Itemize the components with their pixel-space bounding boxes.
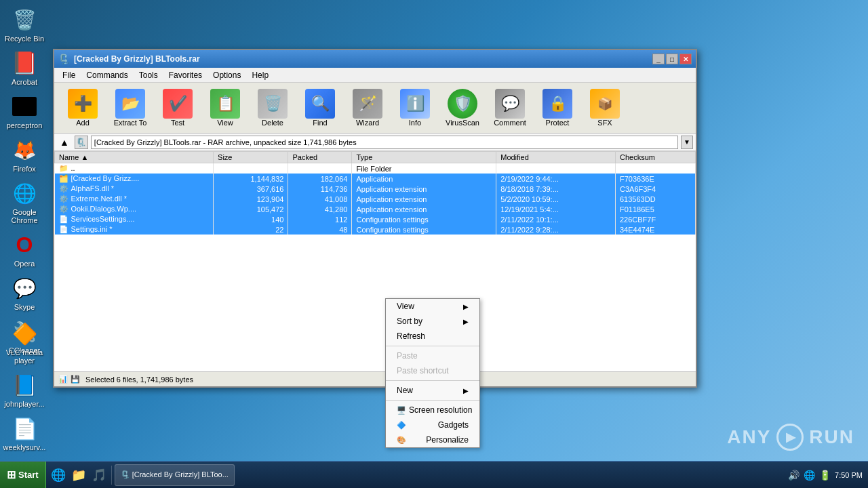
context-screen-resolution-label: Screen resolution <box>409 405 472 415</box>
toolbar-view[interactable]: 📋 View <box>202 85 248 130</box>
view-label: View <box>217 119 233 127</box>
opera-label: Opera <box>14 260 35 268</box>
menu-commands[interactable]: Commands <box>81 69 133 81</box>
file-checksum <box>615 163 695 174</box>
context-menu-sort-by[interactable]: Sort by ▶ <box>386 314 479 329</box>
menu-help[interactable]: Help <box>246 69 274 81</box>
close-button[interactable]: ✕ <box>679 54 692 64</box>
file-modified: 5/2/2020 10:59:... <box>496 194 616 204</box>
maximize-button[interactable]: □ <box>666 54 678 64</box>
file-packed: 41,280 <box>288 204 352 214</box>
menu-favorites[interactable]: Favorites <box>163 69 208 81</box>
tray-icon-3[interactable]: 🔋 <box>819 470 831 481</box>
minimize-button[interactable]: _ <box>652 54 665 64</box>
view-icon: 📋 <box>210 89 240 119</box>
toolbar-comment[interactable]: 💬 Comment <box>487 85 533 130</box>
desktop-icon-word2[interactable]: 📄 weeklysurv... <box>1 412 47 454</box>
col-name[interactable]: Name ▲ <box>55 152 214 163</box>
taskbar-explorer-icon[interactable]: 📁 <box>69 466 88 485</box>
file-icon: ⚙️ <box>59 184 68 192</box>
desktop-icon-opera[interactable]: O Opera <box>1 228 47 270</box>
start-button[interactable]: ⊞ Start <box>0 462 46 489</box>
toolbar-find[interactable]: 🔍 Find <box>297 85 343 130</box>
vlc-label: VLC media player <box>3 348 46 365</box>
file-list: Name ▲ Size Packed Type Modified Checksu… <box>54 151 696 371</box>
desktop-icon-acrobat[interactable]: 📕 Acrobat <box>1 47 47 89</box>
word2-label: weeklysurv... <box>3 443 46 451</box>
col-modified[interactable]: Modified <box>496 152 616 163</box>
word1-label: johnplayer... <box>4 400 44 408</box>
toolbar-test[interactable]: ✔️ Test <box>155 85 201 130</box>
col-type[interactable]: Type <box>352 152 496 163</box>
delete-icon: 🗑️ <box>258 89 288 119</box>
col-checksum[interactable]: Checksum <box>615 152 695 163</box>
tray-icon-2[interactable]: 🌐 <box>804 470 815 481</box>
windows-logo: ⊞ <box>7 468 16 481</box>
status-text: Selected 6 files, 1,741,986 bytes <box>85 375 193 384</box>
anyrun-text-any: ANY <box>727 426 771 448</box>
address-input[interactable] <box>91 136 678 149</box>
context-menu-personalize[interactable]: 🎨 Personalize <box>386 432 479 447</box>
toolbar-sfx[interactable]: 📦 SFX <box>582 85 628 130</box>
statusbar: 📊 💾 Selected 6 files, 1,741,986 bytes <box>54 371 696 386</box>
menu-file[interactable]: File <box>57 69 81 81</box>
table-row[interactable]: ⚙️AlphaFS.dll *367,616114,736Application… <box>55 184 696 194</box>
table-row[interactable]: ⚙️Extreme.Net.dll *123,90441,008Applicat… <box>55 194 696 204</box>
context-menu-view[interactable]: View ▶ <box>386 299 479 314</box>
protect-label: Protect <box>546 119 570 127</box>
tray-icon-1[interactable]: 🔊 <box>788 470 800 481</box>
context-menu-refresh[interactable]: Refresh <box>386 329 479 344</box>
file-size: 1,144,832 <box>214 174 288 184</box>
toolbar-protect[interactable]: 🔒 Protect <box>534 85 580 130</box>
desktop-icon-perceptron[interactable]: perceptron <box>1 90 47 132</box>
taskbar-media-icon[interactable]: 🎵 <box>90 466 108 485</box>
context-sort-label: Sort by <box>397 317 422 326</box>
toolbar-extract-to[interactable]: 📂 Extract To <box>107 85 153 130</box>
extract-label: Extract To <box>114 119 147 127</box>
table-row[interactable]: ⚙️Ookii.Dialogs.Wp....105,47241,280Appli… <box>55 204 696 214</box>
file-type: File Folder <box>352 163 496 174</box>
table-row[interactable]: 📄Settings.ini *2248Configuration setting… <box>55 224 696 235</box>
toolbar-wizard[interactable]: 🪄 Wizard <box>344 85 391 130</box>
table-row[interactable]: 📁..File Folder <box>55 163 696 174</box>
toolbar-delete[interactable]: 🗑️ Delete <box>250 85 296 130</box>
toolbar-info[interactable]: ℹ️ Info <box>392 85 438 130</box>
desktop-icon-skype[interactable]: 💬 Skype <box>1 272 47 314</box>
file-icon: 📄 <box>59 215 68 223</box>
file-packed <box>288 163 352 174</box>
comment-label: Comment <box>494 119 526 127</box>
nav-up-button[interactable]: ▲ <box>57 136 72 149</box>
context-menu-screen-resolution[interactable]: 🖥️ Screen resolution <box>386 403 479 418</box>
desktop-icon-chrome[interactable]: 🌐 Google Chrome <box>1 177 47 227</box>
context-separator-3 <box>386 400 479 401</box>
toolbar-virusscan[interactable]: 🛡️ VirusScan <box>439 85 486 130</box>
menu-options[interactable]: Options <box>208 69 246 81</box>
toolbar-add[interactable]: ➕ Add <box>60 85 106 130</box>
menu-tools[interactable]: Tools <box>134 69 163 81</box>
file-icon: ⚙️ <box>59 195 68 203</box>
desktop-icon-word1[interactable]: 📘 johnplayer... <box>1 369 47 411</box>
col-size[interactable]: Size <box>214 152 288 163</box>
address-dropdown-button[interactable]: ▼ <box>681 136 693 149</box>
address-icon: 🗜️ <box>75 136 88 149</box>
taskbar-ie-icon[interactable]: 🌐 <box>49 466 68 485</box>
file-checksum: 34E4474E <box>615 224 695 235</box>
taskbar-winrar-label: 🗜️ [Cracked By Grizzly] BLToo... <box>121 470 229 479</box>
firefox-icon: 🦊 <box>11 136 38 163</box>
start-label: Start <box>18 470 39 480</box>
file-table: Name ▲ Size Packed Type Modified Checksu… <box>54 151 696 235</box>
context-paste-shortcut-label: Paste shortcut <box>397 366 449 375</box>
vlc-icon: 🔶 <box>11 320 38 347</box>
perceptron-icon <box>11 93 38 120</box>
col-packed[interactable]: Packed <box>288 152 352 163</box>
file-icon: 📄 <box>59 225 68 233</box>
table-row[interactable]: 📄ServicesSettings....140112Configuration… <box>55 214 696 224</box>
context-menu-new[interactable]: New ▶ <box>386 383 479 398</box>
desktop-icon-recycle-bin[interactable]: 🗑️ Recycle Bin <box>1 3 47 45</box>
context-menu-gadgets[interactable]: 🔷 Gadgets <box>386 418 479 432</box>
desktop-icon-vlc[interactable]: 🔶 VLC media player <box>1 317 47 367</box>
desktop-icon-firefox[interactable]: 🦊 Firefox <box>1 134 47 176</box>
taskbar-winrar-item[interactable]: 🗜️ [Cracked By Grizzly] BLToo... <box>115 464 235 486</box>
table-row[interactable]: 🗂️[Cracked By Grizz....1,144,832182,064A… <box>55 174 696 184</box>
statusbar-icons: 📊 💾 <box>58 375 80 384</box>
